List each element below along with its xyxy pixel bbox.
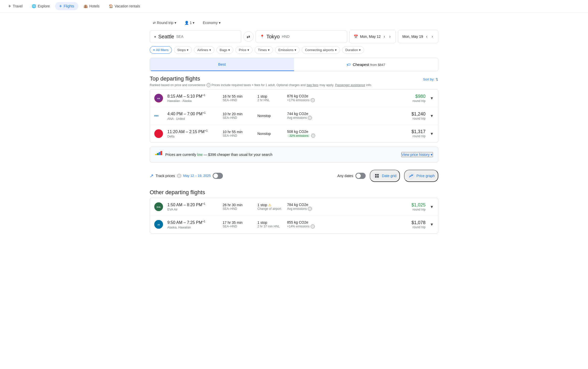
destination-field[interactable]: 📍 Tokyo HND [256,30,347,43]
price-indicator-icon [155,151,162,158]
emissions-info-icon[interactable]: ⓘ [311,224,315,228]
nav-hotels[interactable]: 🏨 Hotels [79,2,104,10]
best-tab[interactable]: Best [150,58,294,71]
date-grid-button[interactable]: Date grid [370,170,400,182]
main-content: ⇄ Round trip ▾ 👤 1 ▾ Economy ▾ ● Seattle… [146,13,442,244]
cheapest-tab[interactable]: 🏷 Cheapest from $847 [294,58,438,71]
emissions-info-icon[interactable]: ⓘ [311,134,315,138]
eva-logo: EVA [154,202,163,211]
table-row[interactable]: HA 8:15 AM – 5:10 PM+1 Hawaiian · Alaska… [150,89,438,107]
trip-type-selector[interactable]: ⇄ Round trip ▾ [150,19,179,27]
swap-airports-button[interactable]: ⇄ [243,31,254,42]
svg-marker-3 [155,131,162,136]
search-fields-row: ● Seattle SEA ⇄ 📍 Tokyo HND 📅 Mon, May 1… [150,30,438,43]
depart-next-button[interactable]: › [388,33,391,40]
flight-time: 8:15 AM – 5:10 PM+1 Hawaiian · Alaska [167,94,219,103]
airline-logo: EVA [154,202,163,211]
flight-emissions: 784 kg CO2e Avg emissions ⓘ [287,203,325,211]
nav-vacation-rentals[interactable]: 🏠 Vacation rentals [105,2,144,10]
top-flights-list: HA 8:15 AM – 5:10 PM+1 Hawaiian · Alaska… [150,89,438,143]
expand-flight-button[interactable]: ▾ [430,112,434,120]
bags-filter[interactable]: Bags ▾ [216,46,234,54]
table-row[interactable]: EVA 1:50 AM – 8:20 PM+1 EVA Air 26 hr 30… [150,198,438,216]
price-filter[interactable]: Price ▾ [235,46,253,54]
expand-flight-button[interactable]: ▾ [430,94,434,102]
tag-icon: 🏷 [347,62,351,67]
trend-up-icon: ↗ [150,173,154,179]
origin-field[interactable]: ● Seattle SEA [150,30,241,43]
return-next-button[interactable]: › [431,33,434,40]
flight-stops: Nonstop [257,132,283,136]
depart-prev-button[interactable]: ‹ [383,33,386,40]
chevron-down-icon: ▾ [268,48,270,52]
chevron-down-icon: ▾ [228,48,230,52]
svg-text:HA: HA [157,97,160,100]
return-date-field[interactable]: Mon, May 19 ‹ › [398,30,438,43]
track-prices-info-icon[interactable]: ⓘ [177,174,181,178]
table-row[interactable]: AS 9:50 AM – 7:25 PM+1 Alaska, Hawaiian … [150,216,438,233]
emissions-info-icon[interactable]: ⓘ [308,207,312,211]
chevron-down-icon: ▾ [193,21,194,25]
search-controls: ⇄ Round trip ▾ 👤 1 ▾ Economy ▾ ● Seattle… [150,19,438,54]
sort-icon: ⇅ [435,77,438,81]
flight-time: 1:50 AM – 8:20 PM+1 EVA Air [167,202,219,211]
table-row[interactable]: ANA 4:40 PM – 7:00 PM+1 ANA · United 10 … [150,107,438,125]
travel-icon: ✈ [8,4,11,8]
any-dates-toggle[interactable] [355,173,366,179]
expand-flight-button[interactable]: ▾ [430,130,434,137]
airlines-filter[interactable]: Airlines ▾ [194,46,214,54]
expand-flight-button[interactable]: ▾ [430,221,434,228]
svg-rect-8 [375,174,377,176]
connecting-airports-filter[interactable]: Connecting airports ▾ [302,46,340,54]
nav-travel[interactable]: ✈ Travel [4,2,27,10]
view-price-history-button[interactable]: View price history ▾ [401,152,433,157]
svg-rect-9 [377,174,379,176]
table-row[interactable]: 11:20 AM – 2:15 PM+1 Delta 10 hr 55 min … [150,125,438,142]
sort-tabs: Best 🏷 Cheapest from $847 [150,58,438,71]
chevron-down-icon: ▾ [335,48,337,52]
emissions-filter[interactable]: Emissions ▾ [275,46,300,54]
stops-filter[interactable]: Stops ▾ [174,46,192,54]
delta-logo [154,129,163,138]
emissions-info-icon[interactable]: ⓘ [311,98,315,102]
bag-fees-link[interactable]: bag fees [307,83,318,87]
hawaiian-logo: HA [154,94,163,102]
all-filters-button[interactable]: ≡ All filters [150,46,172,54]
flight-price: $1,317 round trip [400,129,426,138]
flight-emissions: 876 kg CO2e +17% emissions ⓘ [287,94,325,102]
other-flights-title: Other departing flights [150,189,438,196]
flight-time: 11:20 AM – 2:15 PM+1 Delta [167,129,219,138]
expand-flight-button[interactable]: ▾ [430,203,434,211]
passenger-assistance-link[interactable]: Passenger assistance [335,83,365,87]
flight-stops: Nonstop [257,114,283,118]
info-icon[interactable]: ⓘ [206,83,211,87]
vacation-icon: 🏠 [109,4,113,8]
times-filter[interactable]: Times ▾ [255,46,273,54]
price-info-banner: Prices are currently low — $396 cheaper … [150,147,438,163]
any-dates-section: Any dates [337,173,365,179]
flight-price: $1,240 round trip [400,111,426,120]
duration-filter[interactable]: Duration ▾ [342,46,364,54]
cabin-selector[interactable]: Economy ▾ [200,19,223,27]
emissions-info-icon[interactable]: ⓘ [308,116,312,120]
sort-by-button[interactable]: Sort by: ⇅ [423,77,438,81]
depart-date-field[interactable]: 📅 Mon, May 12 ‹ › [349,30,396,43]
return-prev-button[interactable]: ‹ [425,33,428,40]
flight-price: $1,078 round trip [400,220,426,229]
explore-icon: 🌐 [32,4,36,8]
nav-explore[interactable]: 🌐 Explore [28,2,54,10]
passengers-selector[interactable]: 👤 1 ▾ [181,19,198,27]
person-icon: 👤 [184,21,189,25]
price-graph-button[interactable]: Price graph [404,170,438,182]
flight-duration: 16 hr 55 min SEA–HND [223,94,253,102]
chevron-down-icon: ▾ [219,21,221,25]
flight-time: 4:40 PM – 7:00 PM+1 ANA · United [167,111,219,120]
svg-rect-4 [155,154,157,155]
nav-flights[interactable]: ✈ Flights [55,2,78,10]
flight-emissions: 508 kg CO2e -32% emissions ⓘ [287,130,325,138]
other-flights-list: EVA 1:50 AM – 8:20 PM+1 EVA Air 26 hr 30… [150,198,438,234]
track-prices-toggle[interactable] [213,173,223,179]
flight-price: $1,025 round trip [400,202,426,211]
hotels-icon: 🏨 [83,4,88,8]
price-graph-icon [408,172,415,179]
